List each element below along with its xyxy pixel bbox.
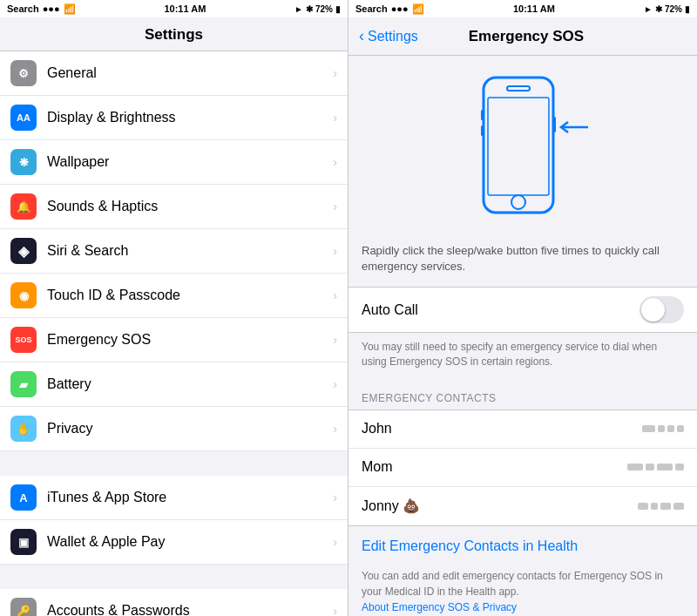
- accounts-chevron: ›: [333, 604, 337, 616]
- back-chevron-icon: ‹: [359, 27, 364, 45]
- wallpaper-chevron: ›: [333, 155, 337, 169]
- itunes-label: iTunes & App Store: [47, 490, 333, 505]
- wallet-label: Wallet & Apple Pay: [47, 534, 333, 550]
- phone-illustration: [348, 56, 697, 234]
- right-wifi-icon: 📶: [412, 3, 424, 15]
- auto-call-row: Auto Call: [348, 287, 697, 333]
- left-time: 10:11 AM: [76, 3, 294, 14]
- right-content: Rapidly click the sleep/wake button five…: [348, 56, 697, 616]
- edit-note-text: You can add and edit emergency contacts …: [362, 570, 663, 598]
- wallet-chevron: ›: [333, 535, 337, 549]
- svg-rect-1: [507, 86, 530, 91]
- right-bluetooth-icon: ✱: [655, 4, 662, 14]
- svg-point-2: [511, 195, 525, 209]
- accounts-icon: 🔑: [10, 598, 37, 616]
- svg-rect-6: [553, 117, 556, 132]
- display-label: Display & Brightness: [47, 110, 333, 125]
- general-icon: ⚙: [10, 60, 37, 86]
- contact-name-jonny: Jonny 💩: [362, 498, 638, 514]
- settings-item-itunes[interactable]: A iTunes & App Store ›: [0, 476, 348, 520]
- sounds-label: Sounds & Haptics: [47, 199, 333, 214]
- wallpaper-label: Wallpaper: [47, 154, 333, 170]
- settings-item-accounts[interactable]: 🔑 Accounts & Passwords ›: [0, 589, 348, 616]
- blur-block: [627, 464, 643, 470]
- settings-group-1: ⚙ General › AA Display & Brightness › ❋ …: [0, 51, 348, 451]
- settings-item-sos[interactable]: SOS Emergency SOS ›: [0, 318, 348, 362]
- edit-contacts-link[interactable]: Edit Emergency Contacts in Health: [348, 526, 697, 561]
- phone-svg-wrap: [470, 73, 575, 221]
- settings-item-battery[interactable]: ▰ Battery ›: [0, 362, 348, 407]
- blur-block: [642, 425, 655, 432]
- auto-call-toggle[interactable]: [639, 296, 684, 323]
- settings-item-general[interactable]: ⚙ General ›: [0, 51, 348, 96]
- itunes-icon: A: [10, 484, 37, 511]
- siri-label: Siri & Search: [47, 243, 333, 259]
- phone-svg: [470, 73, 575, 221]
- settings-item-display[interactable]: AA Display & Brightness ›: [0, 96, 348, 140]
- right-carrier: Search: [355, 3, 388, 14]
- privacy-label: Privacy: [47, 421, 333, 437]
- svg-rect-3: [488, 98, 549, 195]
- itunes-chevron: ›: [333, 491, 337, 504]
- touchid-chevron: ›: [333, 288, 337, 302]
- settings-title: Settings: [0, 26, 348, 44]
- settings-item-sounds[interactable]: 🔔 Sounds & Haptics ›: [0, 185, 348, 229]
- right-time: 10:11 AM: [424, 3, 644, 14]
- settings-item-privacy[interactable]: ✋ Privacy ›: [0, 407, 348, 451]
- contact-row-john[interactable]: John: [348, 410, 697, 449]
- blur-block: [651, 503, 658, 510]
- back-button[interactable]: ‹ Settings: [359, 27, 418, 45]
- about-sos-link[interactable]: About Emergency SOS & Privacy: [362, 601, 517, 613]
- right-status-bar: Search ●●● 📶 10:11 AM ► ✱ 72% ▮: [348, 0, 697, 17]
- right-nav-header: ‹ Settings Emergency SOS: [348, 17, 697, 56]
- group-separator-1: [0, 451, 348, 476]
- left-status-left: Search ●●● 📶: [7, 3, 76, 15]
- toggle-knob: [641, 298, 665, 322]
- battery-label: Battery: [47, 376, 333, 392]
- settings-item-siri[interactable]: ◈ Siri & Search ›: [0, 229, 348, 274]
- wallpaper-icon: ❋: [10, 149, 37, 175]
- svg-rect-5: [481, 125, 484, 136]
- blur-block: [646, 464, 654, 470]
- edit-contacts-label: Edit Emergency Contacts in Health: [362, 538, 578, 553]
- sos-chevron: ›: [333, 333, 337, 347]
- arrow-icon: [558, 118, 592, 136]
- battery-chevron: ›: [333, 377, 337, 391]
- contact-row-jonny[interactable]: Jonny 💩: [348, 487, 697, 525]
- left-battery-icon: ▮: [335, 4, 341, 14]
- right-signal: ●●●: [391, 3, 409, 14]
- right-panel: Search ●●● 📶 10:11 AM ► ✱ 72% ▮ ‹ Settin…: [348, 0, 697, 616]
- auto-call-label: Auto Call: [362, 302, 639, 318]
- back-label: Settings: [368, 29, 418, 44]
- left-bluetooth-icon: ✱: [306, 4, 313, 14]
- sos-label: Emergency SOS: [47, 332, 333, 348]
- blur-block: [677, 425, 684, 432]
- group-separator-2: [0, 565, 348, 589]
- sounds-icon: 🔔: [10, 193, 37, 220]
- blur-block: [658, 425, 665, 432]
- contacts-list: John Mom Jonny 💩: [348, 410, 697, 526]
- display-icon: AA: [10, 105, 37, 131]
- privacy-icon: ✋: [10, 416, 37, 442]
- settings-group-2: A iTunes & App Store › ▣ Wallet & Apple …: [0, 476, 348, 565]
- settings-item-wallpaper[interactable]: ❋ Wallpaper ›: [0, 140, 348, 185]
- wallet-icon: ▣: [10, 529, 37, 555]
- blur-block: [675, 464, 684, 470]
- contact-phone-mom: [627, 464, 684, 470]
- siri-icon: ◈: [10, 238, 37, 264]
- settings-item-wallet[interactable]: ▣ Wallet & Apple Pay ›: [0, 520, 348, 565]
- left-location-icon: ►: [294, 4, 303, 14]
- privacy-chevron: ›: [333, 422, 337, 436]
- contact-name-mom: Mom: [362, 459, 627, 475]
- blur-block: [638, 503, 648, 510]
- settings-group-3: 🔑 Accounts & Passwords › ✉ Mail ›: [0, 589, 348, 616]
- contact-row-mom[interactable]: Mom: [348, 449, 697, 487]
- right-battery-pct: 72%: [665, 4, 682, 14]
- left-status-right: ► ✱ 72% ▮: [294, 4, 341, 14]
- settings-item-touchid[interactable]: ◉ Touch ID & Passcode ›: [0, 274, 348, 318]
- sounds-chevron: ›: [333, 200, 337, 213]
- blur-block: [657, 464, 673, 470]
- description-text: Rapidly click the sleep/wake button five…: [362, 244, 660, 273]
- left-panel: Search ●●● 📶 10:11 AM ► ✱ 72% ▮ Settings…: [0, 0, 348, 616]
- right-page-title: Emergency SOS: [418, 28, 634, 45]
